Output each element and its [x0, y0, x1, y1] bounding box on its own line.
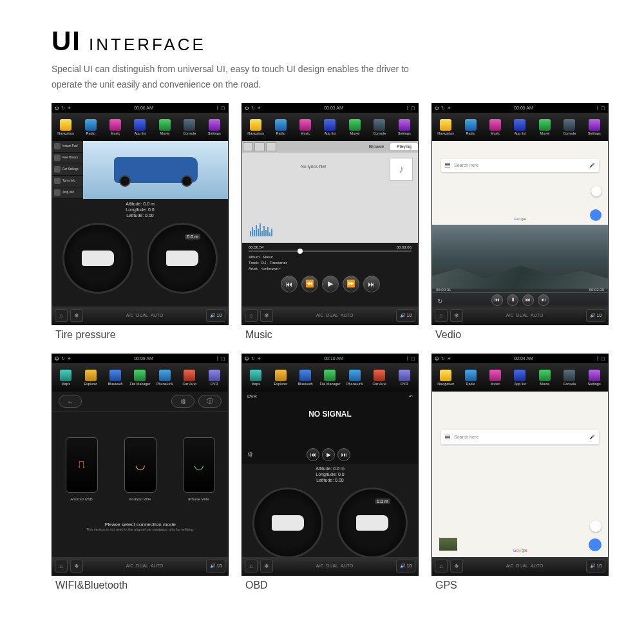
- volume-control[interactable]: 🔊10: [206, 560, 225, 573]
- play-button[interactable]: ▶: [322, 276, 339, 292]
- dvr-play-button[interactable]: ▶: [322, 448, 335, 461]
- nav-phonelink[interactable]: PhoneLink: [343, 370, 367, 386]
- locate-button[interactable]: [590, 520, 601, 532]
- forward-button[interactable]: ⏩: [343, 276, 359, 292]
- nav-file-manager[interactable]: File Manager: [128, 370, 152, 386]
- defrost-button[interactable]: ❄: [70, 560, 83, 573]
- home-button[interactable]: ⌂: [245, 309, 258, 322]
- nav-file-manager[interactable]: File Manager: [317, 370, 342, 386]
- menu-icon[interactable]: [445, 163, 450, 168]
- nav-bluetooth[interactable]: Bluetooth: [293, 370, 317, 386]
- tp-side-instant-fuel[interactable]: Instant Fuel: [52, 141, 83, 153]
- nav-music[interactable]: Music: [483, 119, 507, 135]
- device-iphone-wifi[interactable]: ◡iPhone WiFi: [183, 437, 215, 493]
- settings-button[interactable]: ⚙: [171, 395, 194, 408]
- tp-side-car-settings[interactable]: Car Settings: [52, 164, 83, 176]
- nav-settings[interactable]: Settings: [202, 119, 227, 135]
- nav-car-auto[interactable]: Car Auto: [367, 370, 392, 386]
- nav-movie[interactable]: Movie: [533, 370, 557, 386]
- nav-navigation[interactable]: Navigation: [433, 119, 458, 135]
- nav-applist[interactable]: App list: [507, 119, 532, 135]
- tp-side-fuel-history[interactable]: Fuel History: [52, 153, 83, 164]
- home-button[interactable]: ⌂: [55, 560, 68, 573]
- nav-music[interactable]: Music: [293, 119, 317, 135]
- home-button[interactable]: ⌂: [55, 309, 68, 322]
- nav-applist[interactable]: App list: [507, 370, 532, 386]
- video-player[interactable]: 00:00:3100:02:39 ↻ ⏮ ⏸ ⏭ ⏯: [432, 225, 608, 307]
- directions-button[interactable]: [589, 538, 601, 551]
- playlist-button[interactable]: ⏯: [538, 294, 549, 306]
- defrost-button[interactable]: ❄: [260, 560, 273, 573]
- device-android-usb[interactable]: ⎍Android USB: [66, 437, 98, 493]
- microphone-icon[interactable]: 🎤: [589, 435, 595, 440]
- seek-bar[interactable]: [249, 251, 412, 252]
- nav-navigation[interactable]: Navigation: [53, 119, 78, 135]
- device-android-wifi[interactable]: ◡Android WiFi: [124, 437, 156, 493]
- home-button[interactable]: ⌂: [435, 560, 448, 573]
- volume-control[interactable]: 🔊10: [586, 560, 605, 573]
- volume-control[interactable]: 🔊10: [586, 309, 605, 322]
- power-icon[interactable]: ⏻: [55, 106, 59, 110]
- defrost-button[interactable]: ❄: [450, 309, 463, 322]
- nav-navigation[interactable]: Navigation: [243, 119, 268, 135]
- power-icon[interactable]: ⏻: [245, 106, 249, 110]
- pause-button[interactable]: ⏸: [507, 294, 518, 306]
- nav-car-auto[interactable]: Car Auto: [177, 370, 202, 386]
- nav-console[interactable]: Console: [557, 370, 582, 386]
- tp-side-amp[interactable]: Amp Info: [52, 187, 83, 199]
- search-input[interactable]: Search here🎤: [441, 159, 599, 172]
- next-track-button[interactable]: ⏭: [363, 276, 380, 292]
- view-list-button[interactable]: [243, 142, 253, 151]
- view-eq-button[interactable]: [266, 142, 276, 151]
- gps-map[interactable]: Search here🎤 Google: [432, 392, 608, 558]
- next-button[interactable]: ⏭: [522, 294, 534, 306]
- back-button[interactable]: ←: [59, 395, 82, 408]
- nav-applist[interactable]: App list: [128, 119, 152, 135]
- nav-radio[interactable]: Radio: [269, 119, 293, 135]
- nav-dvr[interactable]: DVR: [202, 370, 227, 386]
- nav-radio[interactable]: Radio: [459, 370, 483, 386]
- nav-settings[interactable]: Settings: [392, 119, 417, 135]
- nav-bluetooth[interactable]: Bluetooth: [103, 370, 128, 386]
- volume-control[interactable]: 🔊10: [396, 560, 415, 573]
- menu-icon[interactable]: [445, 435, 450, 440]
- defrost-button[interactable]: ❄: [260, 309, 273, 322]
- map-panel[interactable]: Search here🎤 Google: [432, 141, 608, 225]
- home-button[interactable]: ⌂: [245, 560, 258, 573]
- nav-radio[interactable]: Radio: [459, 119, 483, 135]
- nav-dvr[interactable]: DVR: [392, 370, 417, 386]
- tab-playing[interactable]: Playing: [390, 143, 418, 150]
- nav-explorer[interactable]: Explorer: [269, 370, 293, 386]
- prev-button[interactable]: ⏮: [491, 294, 503, 306]
- nav-applist[interactable]: App list: [317, 119, 342, 135]
- dvr-next-button[interactable]: ⏭: [337, 448, 350, 461]
- brightness-icon[interactable]: ☀: [67, 106, 71, 111]
- nav-music[interactable]: Music: [103, 119, 128, 135]
- nav-settings[interactable]: Settings: [582, 119, 607, 135]
- window-icon[interactable]: ▢: [221, 106, 225, 111]
- volume-control[interactable]: 🔊10: [206, 309, 225, 322]
- defrost-button[interactable]: ❄: [70, 309, 83, 322]
- nav-maps[interactable]: Maps: [243, 370, 268, 386]
- nav-movie[interactable]: Movie: [533, 119, 557, 135]
- nav-movie[interactable]: Movie: [153, 119, 177, 135]
- dvr-settings-button[interactable]: ⚙: [247, 451, 253, 458]
- nav-explorer[interactable]: Explorer: [79, 370, 103, 386]
- nav-music[interactable]: Music: [483, 370, 507, 386]
- refresh-icon[interactable]: ↻: [61, 106, 65, 111]
- nav-console[interactable]: Console: [367, 119, 392, 135]
- tab-browse[interactable]: Browse: [363, 143, 390, 150]
- map-thumbnail[interactable]: [439, 537, 458, 551]
- nav-phonelink[interactable]: PhoneLink: [153, 370, 177, 386]
- dvr-prev-button[interactable]: ⏮: [307, 448, 319, 461]
- locate-button[interactable]: [591, 186, 601, 196]
- search-input[interactable]: Search here🎤: [441, 430, 599, 444]
- nav-console[interactable]: Console: [557, 119, 582, 135]
- tp-side-tpms[interactable]: Tpms Info: [52, 176, 83, 187]
- nav-maps[interactable]: Maps: [53, 370, 78, 386]
- nav-movie[interactable]: Movie: [343, 119, 367, 135]
- directions-button[interactable]: [590, 209, 601, 221]
- nav-console[interactable]: Console: [177, 119, 202, 135]
- microphone-icon[interactable]: 🎤: [589, 163, 595, 168]
- nav-navigation[interactable]: Navigation: [433, 370, 458, 386]
